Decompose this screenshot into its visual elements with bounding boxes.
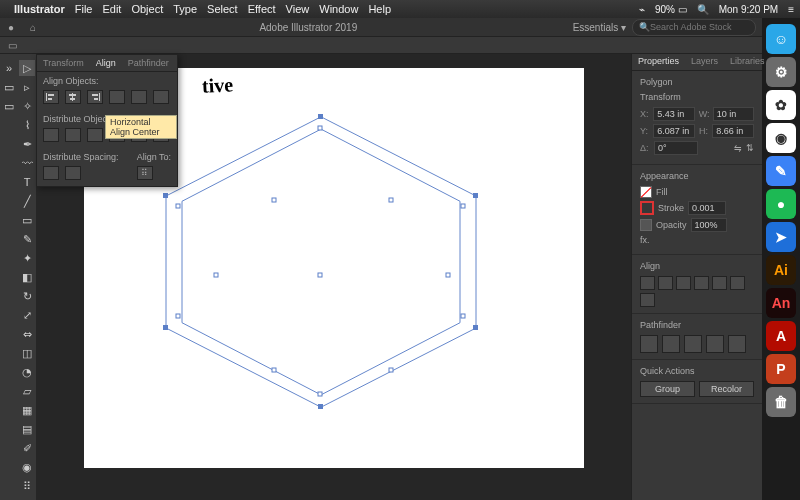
file-icon[interactable]: ▭ [1,79,17,95]
menu-effect[interactable]: Effect [248,3,276,15]
y-field[interactable]: 6.087 in [653,124,695,138]
tab-transform[interactable]: Transform [37,58,90,68]
align-vcenter-icon[interactable] [131,90,147,104]
rectangle-tool[interactable]: ▭ [19,212,35,228]
dock-app-photos[interactable]: ✿ [766,90,796,120]
recolor-button[interactable]: Recolor [699,381,754,397]
p-align-more-icon[interactable] [640,293,655,307]
opacity-field[interactable]: 100% [691,218,727,232]
workspace-switcher[interactable]: Essentials ▾ [573,22,626,33]
w-field[interactable]: 10 in [713,107,754,121]
dist-vspace-icon[interactable] [43,166,59,180]
line-tool[interactable]: ╱ [19,193,35,209]
p-align-top-icon[interactable] [694,276,709,290]
menu-file[interactable]: File [75,3,93,15]
align-top-icon[interactable] [109,90,125,104]
more-tools-icon[interactable]: » [1,60,17,76]
file-icon-2[interactable]: ▭ [1,98,17,114]
menu-edit[interactable]: Edit [102,3,121,15]
dist-top-icon[interactable] [43,128,59,142]
menu-type[interactable]: Type [173,3,197,15]
pf-divide-icon[interactable] [728,335,746,353]
p-align-vcenter-icon[interactable] [712,276,727,290]
align-left-icon[interactable] [43,90,59,104]
x-field[interactable]: 5.43 in [653,107,694,121]
dist-hspace-icon[interactable] [65,166,81,180]
p-align-right-icon[interactable] [676,276,691,290]
flip-h-icon[interactable]: ⇋ [734,143,742,153]
shaper-tool[interactable]: ✦ [19,250,35,266]
menu-select[interactable]: Select [207,3,238,15]
clock[interactable]: Mon 9:20 PM [719,4,778,15]
notification-center-icon[interactable]: ≡ [788,4,794,15]
scale-tool[interactable]: ⤢ [19,307,35,323]
group-button[interactable]: Group [640,381,695,397]
dock-app-trash[interactable]: 🗑 [766,387,796,417]
stroke-swatch-prop[interactable] [640,201,654,215]
tab-align[interactable]: Align [90,58,122,68]
paintbrush-tool[interactable]: ✎ [19,231,35,247]
eyedropper-tool[interactable]: ✐ [19,440,35,456]
magic-wand-tool[interactable]: ✧ [19,98,35,114]
align-to-selection-icon[interactable]: ⠿ [137,166,153,180]
h-field[interactable]: 8.66 in [712,124,754,138]
battery-status[interactable]: 90% ▭ [655,4,687,15]
menu-window[interactable]: Window [319,3,358,15]
fill-swatch-prop[interactable] [640,186,652,198]
pf-exclude-icon[interactable] [706,335,724,353]
tab-libraries[interactable]: Libraries [724,54,771,70]
hexagon-shape[interactable] [146,108,496,418]
tab-properties[interactable]: Properties [632,54,685,70]
fx-label[interactable]: fx. [640,235,650,245]
dist-vcenter-icon[interactable] [65,128,81,142]
home-icon[interactable]: ⌂ [24,18,42,36]
spotlight-icon[interactable]: 🔍 [697,4,709,15]
direct-selection-tool[interactable]: ▹ [19,79,35,95]
selection-tool[interactable]: ▷ [19,60,35,76]
align-bottom-icon[interactable] [153,90,169,104]
pf-unite-icon[interactable] [640,335,658,353]
free-transform-tool[interactable]: ◫ [19,345,35,361]
lasso-tool[interactable]: ⌇ [19,117,35,133]
pen-tool[interactable]: ✒ [19,136,35,152]
blend-tool[interactable]: ◉ [19,459,35,475]
pf-minus-front-icon[interactable] [662,335,680,353]
pf-intersect-icon[interactable] [684,335,702,353]
menu-help[interactable]: Help [368,3,391,15]
angle-field[interactable]: 0° [654,141,698,155]
rotate-tool[interactable]: ↻ [19,288,35,304]
flip-v-icon[interactable]: ⇅ [746,143,754,153]
gradient-tool[interactable]: ▤ [19,421,35,437]
width-tool[interactable]: ⇔ [19,326,35,342]
menu-object[interactable]: Object [131,3,163,15]
opacity-swatch[interactable] [640,219,652,231]
eraser-tool[interactable]: ◧ [19,269,35,285]
mesh-tool[interactable]: ▦ [19,402,35,418]
dock-app-chrome[interactable]: ◉ [766,123,796,153]
dock-app-safari[interactable]: ➤ [766,222,796,252]
symbol-sprayer-tool[interactable]: ⠿ [19,478,35,494]
align-hcenter-icon[interactable] [65,90,81,104]
perspective-tool[interactable]: ▱ [19,383,35,399]
curvature-tool[interactable]: 〰 [19,155,35,171]
dist-bottom-icon[interactable] [87,128,103,142]
dock-app-spotify[interactable]: ● [766,189,796,219]
p-align-hcenter-icon[interactable] [658,276,673,290]
wifi-icon[interactable]: ⌁ [639,4,645,15]
dock-app-powerpoint[interactable]: P [766,354,796,384]
type-tool[interactable]: T [19,174,35,190]
shape-builder-tool[interactable]: ◔ [19,364,35,380]
tab-layers[interactable]: Layers [685,54,724,70]
p-align-bottom-icon[interactable] [730,276,745,290]
window-close[interactable]: ● [2,18,20,36]
stroke-weight-field[interactable]: 0.001 [688,201,726,215]
align-right-icon[interactable] [87,90,103,104]
dock-app-finder[interactable]: ☺ [766,24,796,54]
dock-app-animate[interactable]: An [766,288,796,318]
search-input[interactable]: 🔍 Search Adobe Stock [632,19,756,36]
dock-app-acrobat[interactable]: A [766,321,796,351]
p-align-left-icon[interactable] [640,276,655,290]
dock-app-notes[interactable]: ✎ [766,156,796,186]
tab-pathfinder[interactable]: Pathfinder [122,58,175,68]
dock-app-illustrator[interactable]: Ai [766,255,796,285]
